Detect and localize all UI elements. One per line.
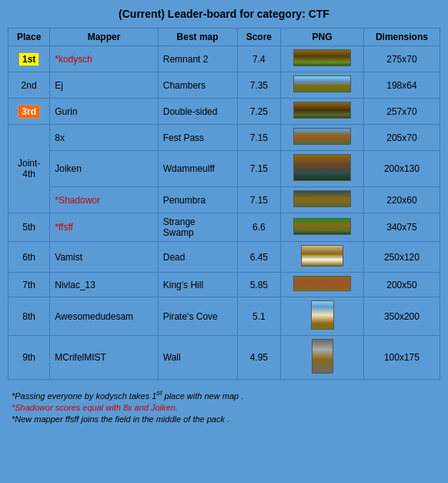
- best-map-cell: Double-sided: [158, 99, 237, 125]
- place-cell: Joint-4th: [8, 125, 50, 213]
- best-map-cell: Wall: [158, 336, 237, 380]
- mapper-name: Joiken: [55, 163, 82, 174]
- col-best-map: Best map: [158, 29, 237, 46]
- mapper-cell: Gurin: [50, 99, 158, 125]
- dimensions-cell: 100x175: [363, 336, 440, 380]
- mapper-cell: Nivlac_13: [50, 273, 158, 297]
- png-cell: [281, 273, 364, 297]
- table-row: Joint-4th8xFest Pass7.15205x70: [8, 125, 440, 151]
- footnote-2: *Shadowor scores equal with 8x and Joike…: [12, 403, 440, 412]
- map-thumbnail: [293, 49, 351, 66]
- table-row: 6thVamistDead6.45250x120: [8, 242, 440, 273]
- score-cell: 7.35: [237, 72, 281, 99]
- best-map-cell: Penumbra: [158, 187, 237, 213]
- dimensions-cell: 350x200: [363, 297, 440, 336]
- png-cell: [281, 242, 364, 273]
- col-score: Score: [237, 29, 281, 46]
- png-cell: [281, 297, 364, 336]
- mapper-name: MCrifelMIST: [55, 352, 106, 363]
- png-cell: [281, 151, 364, 187]
- png-cell: [281, 72, 364, 99]
- place-cell: 5th: [8, 213, 50, 242]
- dimensions-cell: 257x70: [363, 99, 440, 125]
- best-map-cell: Remnant 2: [158, 46, 237, 72]
- mapper-cell: MCrifelMIST: [50, 336, 158, 380]
- score-cell: 7.4: [237, 46, 281, 72]
- best-map-cell: Pirate's Cove: [158, 297, 237, 336]
- mapper-name: 8x: [55, 132, 65, 143]
- mapper-cell: *ffsff: [50, 213, 158, 242]
- score-cell: 7.15: [237, 151, 281, 187]
- col-png: PNG: [281, 29, 364, 46]
- mapper-cell: Joiken: [50, 151, 158, 187]
- score-cell: 6.45: [237, 242, 281, 273]
- table-row: 5th*ffsffStrangeSwamp6.6340x75: [8, 213, 440, 242]
- map-thumbnail: [293, 276, 351, 291]
- dimensions-cell: 340x75: [363, 213, 440, 242]
- table-row: 2ndEjChambers7.35198x64: [8, 72, 440, 99]
- col-dimensions: Dimensions: [363, 29, 440, 46]
- mapper-name: *Shadowor: [55, 195, 100, 206]
- mapper-name: *ffsff: [55, 222, 73, 233]
- map-thumbnail: [301, 245, 343, 267]
- dimensions-cell: 275x70: [363, 46, 440, 72]
- table-row: 9thMCrifelMISTWall4.95100x175: [8, 336, 440, 380]
- mapper-name: *kodysch: [55, 54, 92, 65]
- png-cell: [281, 125, 364, 151]
- mapper-cell: 8x: [50, 125, 158, 151]
- score-cell: 7.15: [237, 187, 281, 213]
- dimensions-cell: 220x60: [363, 187, 440, 213]
- best-map-cell: Chambers: [158, 72, 237, 99]
- best-map-cell: Dead: [158, 242, 237, 273]
- score-cell: 6.6: [237, 213, 281, 242]
- png-cell: [281, 187, 364, 213]
- map-thumbnail: [312, 339, 333, 374]
- table-header-row: Place Mapper Best map Score PNG Dimensio…: [8, 29, 440, 46]
- png-cell: [281, 99, 364, 125]
- mapper-name: Gurin: [55, 106, 77, 117]
- table-row: 1st*kodyschRemnant 27.4275x70: [8, 46, 440, 72]
- footnote-3: *New mapper ffsff joins the field in the…: [12, 414, 440, 424]
- mapper-name: Vamist: [55, 252, 82, 263]
- place-cell: 8th: [8, 297, 50, 336]
- best-map-cell: King's Hill: [158, 273, 237, 297]
- score-cell: 5.1: [237, 297, 281, 336]
- score-cell: 4.95: [237, 336, 281, 380]
- leaderboard-table: Place Mapper Best map Score PNG Dimensio…: [8, 28, 440, 380]
- table-row: 8thAwesomedudesamPirate's Cove5.1350x200: [8, 297, 440, 336]
- mapper-name: Nivlac_13: [55, 280, 95, 290]
- table-row: *ShadoworPenumbra7.15220x60: [8, 187, 440, 213]
- map-thumbnail: [293, 128, 351, 145]
- footnote-1: *Passing everyone by kodysch takes 1st p…: [12, 389, 440, 401]
- score-cell: 5.85: [237, 273, 281, 297]
- mapper-name: Ej: [55, 80, 63, 91]
- mapper-cell: *Shadowor: [50, 187, 158, 213]
- map-thumbnail: [293, 218, 351, 235]
- table-row: JoikenWdammeulff7.15200x130: [8, 151, 440, 187]
- place-badge-third: 3rd: [18, 105, 40, 119]
- dimensions-cell: 200x50: [363, 273, 440, 297]
- score-cell: 7.15: [237, 125, 281, 151]
- place-badge-first: 1st: [18, 52, 39, 66]
- place-cell: 3rd: [8, 99, 50, 125]
- col-place: Place: [8, 29, 50, 46]
- mapper-cell: Ej: [50, 72, 158, 99]
- page-title: (Current) Leader-board for category: CTF: [8, 8, 440, 20]
- mapper-cell: Awesomedudesam: [50, 297, 158, 336]
- dimensions-cell: 198x64: [363, 72, 440, 99]
- score-cell: 7.25: [237, 99, 281, 125]
- map-thumbnail: [311, 300, 334, 330]
- place-cell: 7th: [8, 273, 50, 297]
- map-thumbnail: [293, 190, 351, 207]
- png-cell: [281, 46, 364, 72]
- map-thumbnail: [293, 154, 351, 181]
- dimensions-cell: 205x70: [363, 125, 440, 151]
- best-map-cell: Wdammeulff: [158, 151, 237, 187]
- table-row: 3rdGurinDouble-sided7.25257x70: [8, 99, 440, 125]
- png-cell: [281, 336, 364, 380]
- col-mapper: Mapper: [50, 29, 158, 46]
- best-map-cell: StrangeSwamp: [158, 213, 237, 242]
- place-cell: 9th: [8, 336, 50, 380]
- footnotes-section: *Passing everyone by kodysch takes 1st p…: [8, 389, 440, 424]
- mapper-cell: Vamist: [50, 242, 158, 273]
